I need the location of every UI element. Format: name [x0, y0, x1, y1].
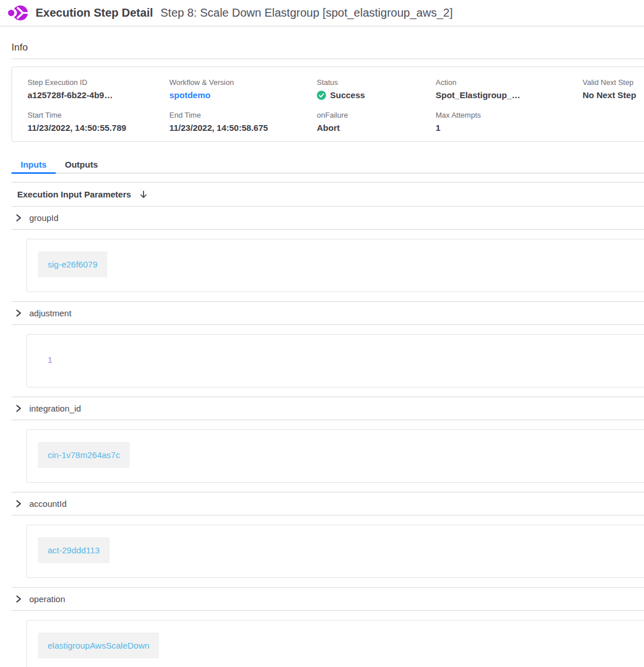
- param-section: integration_id cin-1v78m264as7c: [11, 397, 644, 493]
- main-content: Info Step Execution ID a125728f-6b22-4b9…: [0, 42, 644, 667]
- info-field-value-text: 11/23/2022, 14:50:55.789: [28, 123, 126, 133]
- info-field-value: 11/23/2022, 14:50:55.789: [28, 123, 169, 133]
- param-section: groupId sig-e26f6079: [11, 207, 644, 302]
- param-value-box: sig-e26f6079: [26, 239, 644, 292]
- chevron-right-icon: [14, 499, 23, 508]
- param-name-label: operation: [29, 594, 65, 604]
- info-field-value: Spot_Elastigroup_…: [436, 90, 583, 100]
- app-header: Execution Step Detail Step 8: Scale Down…: [0, 0, 644, 26]
- info-field-label: Max Attempts: [436, 111, 583, 119]
- param-body: sig-e26f6079: [11, 230, 644, 302]
- tab-inputs[interactable]: Inputs: [11, 156, 56, 174]
- param-section: adjustment 1: [11, 302, 644, 397]
- chevron-right-icon: [14, 595, 23, 603]
- info-field-label: Step Execution ID: [28, 78, 169, 87]
- info-field-value-text: Spot_Elastigroup_…: [436, 90, 521, 100]
- params-title-row: Execution Input Parameters: [11, 183, 644, 207]
- param-body: 1: [11, 325, 644, 397]
- page-subtitle: Step 8: Scale Down Elastgroup [spot_elas…: [161, 6, 453, 20]
- info-field-value-text: spotdemo: [169, 90, 211, 100]
- param-value-box: 1: [26, 334, 644, 387]
- info-field-value-text: a125728f-6b22-4b9…: [28, 90, 112, 100]
- info-field-value-text: 11/23/2022, 14:50:58.675: [169, 123, 268, 133]
- info-field: Workflow & Version spotdemo: [169, 78, 317, 100]
- info-field-label: End Time: [169, 111, 317, 119]
- params-section-title: Execution Input Parameters: [17, 189, 131, 199]
- param-name-label: accountId: [29, 499, 67, 509]
- param-value-box: cin-1v78m264as7c: [26, 429, 644, 483]
- param-name-label: integration_id: [29, 404, 81, 413]
- info-field: Step Execution ID a125728f-6b22-4b9…: [28, 78, 169, 100]
- param-body: cin-1v78m264as7c: [11, 420, 644, 493]
- param-body: act-29ddd113: [11, 515, 644, 588]
- param-section: accountId act-29ddd113: [11, 493, 644, 588]
- param-name-label: adjustment: [29, 308, 71, 318]
- info-field-value: 11/23/2022, 14:50:58.675: [169, 123, 317, 133]
- info-field-label: onFailure: [317, 111, 436, 119]
- params-list: groupId sig-e26f6079 adjustment 1 integr…: [11, 207, 644, 667]
- info-field-value-text: Success: [330, 90, 365, 100]
- info-field-value: a125728f-6b22-4b9…: [28, 90, 169, 100]
- page-title: Execution Step Detail: [36, 6, 153, 20]
- info-field-value: No Next Step: [583, 90, 644, 100]
- info-field-value-text: 1: [436, 123, 440, 133]
- info-field: Start Time 11/23/2022, 14:50:55.789: [28, 111, 169, 133]
- param-header-operation[interactable]: operation: [11, 588, 644, 611]
- info-field-value: Success: [317, 90, 436, 100]
- info-field-value: Abort: [317, 123, 436, 133]
- chevron-right-icon: [14, 404, 23, 413]
- param-value-chip: act-29ddd113: [38, 537, 110, 563]
- param-value-chip: sig-e26f6079: [38, 251, 107, 277]
- info-field-label: Start Time: [28, 111, 169, 119]
- success-check-icon: [317, 91, 326, 100]
- param-value-chip: 1: [38, 347, 62, 373]
- param-header-adjustment[interactable]: adjustment: [11, 302, 644, 325]
- info-field: Valid Next Step No Next Step: [583, 78, 644, 100]
- info-field: Action Spot_Elastigroup_…: [436, 78, 583, 100]
- info-field: Max Attempts 1: [436, 111, 583, 133]
- param-section: operation elastigroupAwsScaleDown: [11, 588, 644, 667]
- header-titles: Execution Step Detail Step 8: Scale Down…: [36, 6, 453, 20]
- param-value-chip: elastigroupAwsScaleDown: [38, 633, 159, 658]
- param-header-integration_id[interactable]: integration_id: [11, 397, 644, 420]
- param-name-label: groupId: [29, 213, 59, 223]
- info-field-value-text: No Next Step: [583, 90, 636, 100]
- info-card: Step Execution ID a125728f-6b22-4b9… Wor…: [11, 67, 644, 142]
- info-field: End Time 11/23/2022, 14:50:58.675: [169, 111, 317, 133]
- arrow-down-icon[interactable]: [139, 190, 148, 199]
- info-field-label: Action: [436, 78, 583, 87]
- param-value-box: elastigroupAwsScaleDown: [26, 620, 644, 667]
- param-header-accountId[interactable]: accountId: [11, 493, 644, 515]
- info-field-value: spotdemo: [169, 90, 317, 100]
- info-field-label: Status: [317, 78, 436, 87]
- tab-bar: Inputs Outputs: [11, 156, 644, 173]
- param-body: elastigroupAwsScaleDown: [11, 611, 644, 667]
- divider: [11, 173, 644, 183]
- info-field: Status Success: [317, 78, 436, 100]
- info-field-label: Valid Next Step: [583, 78, 644, 87]
- chevron-right-icon: [14, 214, 23, 222]
- info-field: onFailure Abort: [317, 111, 436, 133]
- info-field-value-text: Abort: [317, 123, 340, 133]
- spot-logo-icon: [8, 3, 28, 22]
- info-field-label: Workflow & Version: [169, 78, 317, 87]
- info-section-title: Info: [11, 42, 644, 59]
- chevron-right-icon: [14, 309, 23, 317]
- tab-outputs[interactable]: Outputs: [56, 156, 107, 173]
- param-value-chip: cin-1v78m264as7c: [38, 442, 130, 468]
- param-header-groupId[interactable]: groupId: [11, 207, 644, 230]
- info-field-value: 1: [436, 123, 583, 133]
- param-value-box: act-29ddd113: [26, 525, 644, 578]
